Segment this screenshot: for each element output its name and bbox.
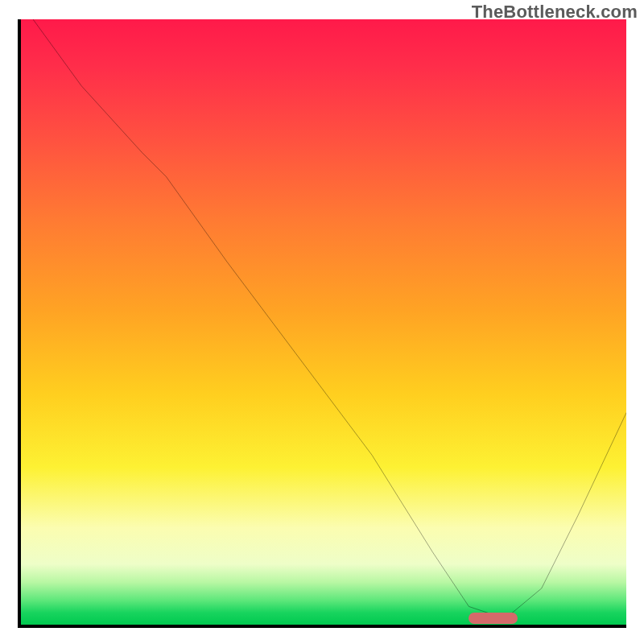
chart-area — [18, 19, 626, 628]
bottleneck-curve — [21, 19, 626, 625]
optimal-zone-marker — [469, 613, 517, 624]
curve-path — [33, 19, 626, 618]
